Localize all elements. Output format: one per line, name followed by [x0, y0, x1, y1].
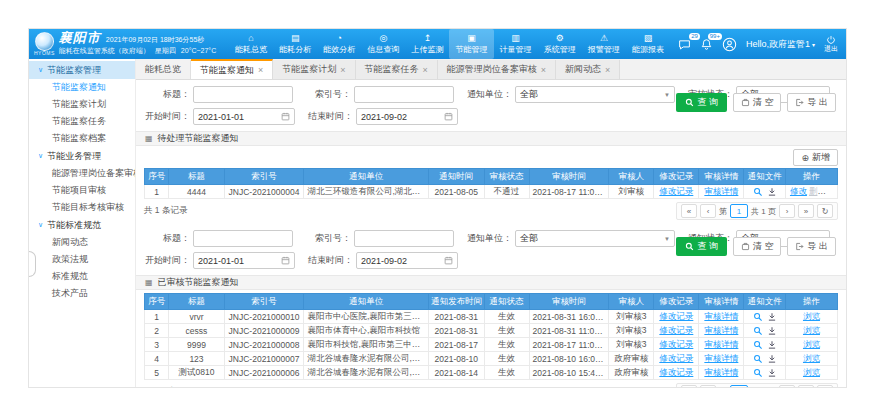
nav-item-shield[interactable]: ▣节能管理	[449, 29, 493, 59]
nav-item-search[interactable]: ◎信息查询	[361, 29, 405, 59]
tab-5[interactable]: 新闻动态×	[556, 60, 620, 79]
sidebar-item-0-2[interactable]: 节能监察任务	[29, 113, 135, 130]
row-op-link[interactable]: 浏览	[803, 325, 820, 335]
query-button[interactable]: 查 询	[676, 93, 727, 112]
preview-file-icon[interactable]	[753, 340, 763, 350]
sidebar-item-1-1[interactable]: 节能项目审核	[29, 182, 135, 199]
sidebar-item-2-2[interactable]: 标准规范	[29, 268, 135, 285]
sidebar-item-2-0[interactable]: 新闻动态	[29, 234, 135, 251]
sidebar-group-1[interactable]: ∨节能业务管理	[29, 147, 135, 165]
bell-icon[interactable]: 99+	[700, 38, 713, 51]
row-op-link[interactable]: 浏览	[803, 367, 820, 377]
first-page-button[interactable]: «	[681, 385, 697, 387]
close-icon[interactable]: ×	[340, 65, 345, 75]
audit-detail-link[interactable]: 审核详情	[704, 339, 738, 349]
sidebar-item-0-0[interactable]: 节能监察通知	[29, 79, 135, 96]
title-input[interactable]	[193, 86, 293, 103]
modify-record-link[interactable]: 修改记录	[659, 367, 693, 377]
preview-file-icon[interactable]	[753, 187, 763, 197]
clear-button-2[interactable]: 清 空	[733, 237, 782, 256]
start-date-picker[interactable]: 2021-01-01	[193, 108, 295, 125]
sidebar-item-2-1[interactable]: 政策法规	[29, 251, 135, 268]
nav-item-gear[interactable]: ⚙系统管理	[538, 29, 582, 59]
preview-file-icon[interactable]	[753, 326, 763, 336]
audit-detail-link[interactable]: 审核详情	[704, 186, 738, 196]
sidebar-item-2-3[interactable]: 技术产品	[29, 285, 135, 302]
index-input[interactable]	[354, 86, 454, 103]
sidebar-item-1-2[interactable]: 节能目标考核审核	[29, 199, 135, 216]
sidebar-collapse-handle[interactable]	[29, 251, 36, 277]
refresh-icon[interactable]: ↻	[817, 385, 833, 387]
export-button-2[interactable]: 导 出	[787, 237, 836, 256]
audit-detail-link[interactable]: 审核详情	[704, 325, 738, 335]
audit-detail-link[interactable]: 审核详情	[704, 353, 738, 363]
row-op-link[interactable]: 修改	[790, 186, 807, 196]
close-icon[interactable]: ×	[541, 65, 546, 75]
add-button[interactable]: ⊕ 新增	[793, 149, 838, 166]
prev-page-button[interactable]: ‹	[700, 385, 716, 387]
tab-0[interactable]: 能耗总览	[136, 60, 191, 79]
audit-detail-link[interactable]: 审核详情	[704, 311, 738, 321]
notify-unit-select[interactable]: 全部 ▼	[515, 86, 675, 103]
current-page-input[interactable]: 1	[730, 204, 748, 218]
nav-item-meter[interactable]: ▥计量管理	[494, 29, 538, 59]
modify-record-link[interactable]: 修改记录	[659, 186, 693, 196]
tab-3[interactable]: 节能监察任务×	[356, 60, 438, 79]
next-page-button[interactable]: ›	[779, 385, 795, 387]
sidebar-item-1-0[interactable]: 能源管理岗位备案审核	[29, 165, 135, 182]
prev-page-button[interactable]: ‹	[700, 204, 716, 218]
index-input-2[interactable]	[354, 230, 454, 247]
last-page-button[interactable]: »	[798, 385, 814, 387]
message-icon[interactable]: 29	[678, 38, 691, 51]
refresh-icon[interactable]: ↻	[817, 204, 833, 218]
nav-item-home[interactable]: ⌂能耗总览	[229, 29, 273, 59]
preview-file-icon[interactable]	[753, 368, 763, 378]
user-menu[interactable]: Hello,政府监管1 ▾	[746, 38, 815, 51]
preview-file-icon[interactable]	[753, 354, 763, 364]
clear-button[interactable]: 清 空	[733, 93, 782, 112]
download-file-icon[interactable]	[767, 368, 777, 378]
row-op-link[interactable]: 浏览	[828, 186, 838, 196]
tab-2[interactable]: 节能监察计划×	[273, 60, 355, 79]
audit-detail-link[interactable]: 审核详情	[704, 367, 738, 377]
row-op-link[interactable]: 浏览	[803, 339, 820, 349]
last-page-button[interactable]: »	[798, 204, 814, 218]
nav-item-report[interactable]: ▧能源报表	[626, 29, 670, 59]
export-button[interactable]: 导 出	[787, 93, 836, 112]
tab-1[interactable]: 节能监察通知×	[191, 59, 273, 79]
title-input-2[interactable]	[193, 230, 293, 247]
avatar-icon[interactable]	[722, 37, 737, 52]
nav-item-bar-chart[interactable]: ▤能耗分析	[273, 29, 317, 59]
preview-file-icon[interactable]	[753, 312, 763, 322]
sidebar-group-0[interactable]: ∨节能监察管理	[29, 61, 135, 79]
sidebar-item-0-3[interactable]: 节能监察档案	[29, 130, 135, 147]
next-page-button[interactable]: ›	[779, 204, 795, 218]
current-page-input[interactable]: 1	[730, 385, 748, 387]
close-icon[interactable]: ×	[423, 65, 428, 75]
row-op-link[interactable]: 浏览	[803, 353, 820, 363]
row-op-link[interactable]: 浏览	[803, 311, 820, 321]
close-icon[interactable]: ×	[605, 65, 610, 75]
tab-4[interactable]: 能源管理岗位备案审核×	[438, 60, 556, 79]
first-page-button[interactable]: «	[681, 204, 697, 218]
sidebar-item-0-1[interactable]: 节能监察计划	[29, 96, 135, 113]
modify-record-link[interactable]: 修改记录	[659, 339, 693, 349]
download-file-icon[interactable]	[767, 312, 777, 322]
download-file-icon[interactable]	[767, 354, 777, 364]
end-date-picker-2[interactable]: 2021-09-02	[356, 252, 458, 269]
logout-button[interactable]: 退出	[824, 35, 838, 53]
download-file-icon[interactable]	[767, 340, 777, 350]
start-date-picker-2[interactable]: 2021-01-01	[193, 252, 295, 269]
close-icon[interactable]: ×	[258, 65, 263, 75]
modify-record-link[interactable]: 修改记录	[659, 311, 693, 321]
nav-item-upload[interactable]: ↥上传监测	[405, 29, 449, 59]
nav-item-alarm[interactable]: ⚠报警管理	[582, 29, 626, 59]
notify-unit-select-2[interactable]: 全部 ▼	[515, 230, 675, 247]
end-date-picker[interactable]: 2021-09-02	[356, 108, 458, 125]
modify-record-link[interactable]: 修改记录	[659, 325, 693, 335]
download-file-icon[interactable]	[767, 187, 777, 197]
nav-item-gauge[interactable]: ◔能效分析	[317, 29, 361, 59]
query-button-2[interactable]: 查 询	[676, 237, 727, 256]
download-file-icon[interactable]	[767, 326, 777, 336]
sidebar-group-2[interactable]: ∨节能标准规范	[29, 216, 135, 234]
